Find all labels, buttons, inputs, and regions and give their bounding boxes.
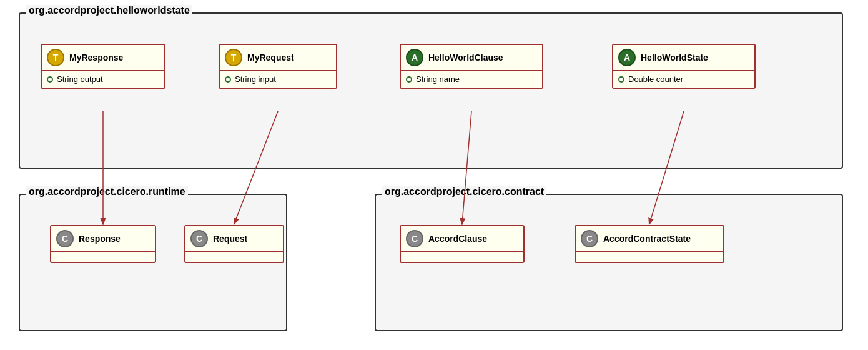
class-header-accordcontractstate: C AccordContractState (576, 226, 723, 252)
class-card-response: C Response (50, 225, 156, 263)
field-row: String output (47, 73, 159, 85)
class-card-accordclause: C AccordClause (400, 225, 525, 263)
class-header-accordclause: C AccordClause (401, 226, 523, 252)
class-name-helloworldstate: HelloWorldState (641, 52, 708, 62)
class-card-helloworldclause: A HelloWorldClause String name (400, 44, 543, 89)
field-row: String input (225, 73, 331, 85)
empty-row-2 (401, 257, 523, 262)
type-icon-response: C (56, 230, 74, 248)
class-name-accordclause: AccordClause (428, 234, 487, 244)
field-label: String output (57, 74, 103, 84)
class-header-myresponse: T MyResponse (42, 45, 164, 71)
field-label: String input (235, 74, 276, 84)
namespace-helloworldstate-label: org.accordproject.helloworldstate (26, 5, 192, 16)
namespace-cicero-runtime-label: org.accordproject.cicero.runtime (26, 186, 188, 198)
empty-row-2 (576, 257, 723, 262)
class-body-helloworldclause: String name (401, 71, 542, 88)
field-dot-icon (225, 76, 231, 82)
field-dot-icon (406, 76, 412, 82)
type-icon-accordcontractstate: C (581, 230, 598, 248)
class-header-helloworldstate: A HelloWorldState (613, 45, 754, 71)
type-icon-helloworldstate: A (618, 49, 636, 66)
empty-row-1 (51, 252, 155, 257)
class-header-response: C Response (51, 226, 155, 252)
class-body-helloworldstate: Double counter (613, 71, 754, 88)
class-name-myresponse: MyResponse (69, 52, 123, 62)
class-body-myrequest: String input (220, 71, 336, 88)
field-label: Double counter (628, 74, 683, 84)
class-card-helloworldstate: A HelloWorldState Double counter (612, 44, 756, 89)
namespace-cicero-contract-label: org.accordproject.cicero.contract (382, 186, 546, 198)
type-icon-myrequest: T (225, 49, 242, 66)
class-name-response: Response (79, 234, 121, 244)
type-icon-request: C (190, 230, 208, 248)
type-icon-helloworldclause: A (406, 49, 423, 66)
class-header-request: C Request (185, 226, 283, 252)
class-name-myrequest: MyRequest (247, 52, 294, 62)
type-icon-accordclause: C (406, 230, 423, 248)
empty-row-2 (185, 257, 283, 262)
field-label: String name (416, 74, 460, 84)
empty-row-1 (401, 252, 523, 257)
class-card-request: C Request (184, 225, 284, 263)
empty-row-1 (576, 252, 723, 257)
class-card-accordcontractstate: C AccordContractState (575, 225, 724, 263)
class-header-myrequest: T MyRequest (220, 45, 336, 71)
empty-row-1 (185, 252, 283, 257)
field-dot-icon (618, 76, 624, 82)
empty-row-2 (51, 257, 155, 262)
class-card-myresponse: T MyResponse String output (41, 44, 165, 89)
class-card-myrequest: T MyRequest String input (219, 44, 337, 89)
namespace-helloworldstate: org.accordproject.helloworldstate (19, 12, 843, 169)
field-row: String name (406, 73, 537, 85)
class-name-request: Request (213, 234, 247, 244)
field-row: Double counter (618, 73, 749, 85)
class-header-helloworldclause: A HelloWorldClause (401, 45, 542, 71)
class-name-accordcontractstate: AccordContractState (603, 234, 691, 244)
type-icon-myresponse: T (47, 49, 64, 66)
field-dot-icon (47, 76, 53, 82)
class-body-myresponse: String output (42, 71, 164, 88)
class-name-helloworldclause: HelloWorldClause (428, 52, 503, 62)
diagram-area: org.accordproject.helloworldstate org.ac… (0, 0, 868, 350)
